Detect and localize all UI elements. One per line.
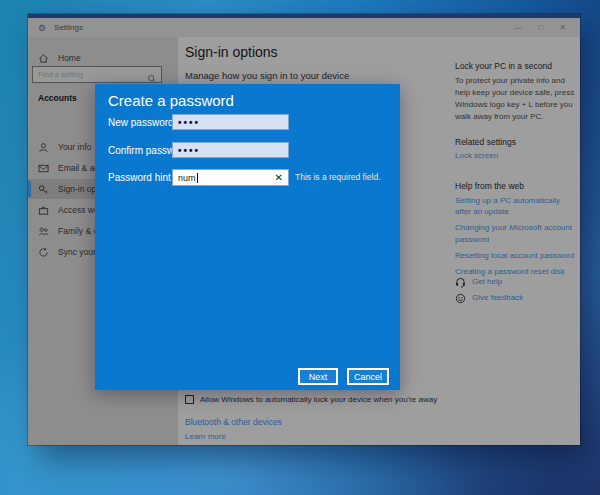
create-password-dialog: Create a password New password •••• Conf…: [95, 84, 400, 390]
sidebar-item-label: Home: [58, 53, 81, 63]
email-icon: [38, 163, 49, 174]
get-help-row[interactable]: Get help: [455, 276, 502, 288]
give-feedback-link[interactable]: Give feedback: [472, 292, 523, 304]
give-feedback-row[interactable]: Give feedback: [455, 292, 523, 304]
text-caret: [197, 173, 198, 183]
maximize-button[interactable]: □: [538, 23, 543, 32]
people-icon: [38, 226, 49, 237]
window-title: Settings: [54, 23, 83, 32]
titlebar[interactable]: ⚙ Settings — □ ✕: [28, 18, 580, 37]
clear-text-icon[interactable]: ✕: [275, 172, 283, 183]
lock-screen-link[interactable]: Lock screen: [455, 150, 498, 162]
briefcase-icon: [38, 205, 49, 216]
search-icon[interactable]: [147, 70, 157, 80]
sync-icon: [38, 247, 49, 258]
learn-more-link[interactable]: Learn more: [185, 432, 226, 441]
feedback-smiley-icon: [455, 293, 466, 304]
headset-icon: [455, 277, 466, 288]
confirm-password-input[interactable]: ••••: [172, 142, 289, 158]
page-subtitle: Manage how you sign in to your device: [185, 70, 349, 81]
sidebar-item-label: Your info: [58, 142, 91, 152]
help-link-reset-local-password[interactable]: Resetting local account password: [455, 250, 577, 261]
autolock-checkbox[interactable]: [185, 395, 194, 404]
search-box[interactable]: [32, 66, 162, 83]
help-from-web-heading: Help from the web: [455, 180, 524, 193]
validation-message: This is a required field.: [295, 172, 395, 182]
key-icon: [38, 184, 49, 195]
cancel-button[interactable]: Cancel: [347, 368, 389, 385]
next-button[interactable]: Next: [298, 368, 338, 385]
minimize-button[interactable]: —: [514, 23, 522, 32]
help-link-setup-pc[interactable]: Setting up a PC automatically after an u…: [455, 195, 577, 217]
lock-pc-body: To protect your private info and help ke…: [455, 75, 577, 123]
get-help-link[interactable]: Get help: [472, 276, 502, 288]
password-hint-input[interactable]: num ✕: [172, 169, 289, 186]
related-settings-heading: Related settings: [455, 136, 516, 149]
sidebar-item-home[interactable]: Home: [28, 48, 178, 68]
close-button[interactable]: ✕: [559, 23, 566, 32]
help-link-change-ms-password[interactable]: Changing your Microsoft account password: [455, 222, 577, 244]
password-hint-value: num: [178, 173, 196, 183]
sidebar-section-accounts: Accounts: [38, 93, 77, 103]
password-hint-label: Password hint: [108, 172, 171, 183]
lock-pc-heading: Lock your PC in a second: [455, 60, 552, 73]
bluetooth-devices-link[interactable]: Bluetooth & other devices: [185, 417, 282, 427]
autolock-label: Allow Windows to automatically lock your…: [200, 395, 437, 404]
new-password-input[interactable]: ••••: [172, 114, 289, 130]
new-password-label: New password: [108, 117, 174, 128]
home-icon: [38, 53, 49, 64]
autolock-checkbox-row[interactable]: Allow Windows to automatically lock your…: [185, 395, 437, 404]
search-input[interactable]: [33, 70, 147, 79]
user-icon: [38, 142, 49, 153]
page-title: Sign-in options: [185, 44, 278, 60]
dialog-title: Create a password: [108, 92, 234, 109]
gear-icon: ⚙: [38, 23, 46, 33]
